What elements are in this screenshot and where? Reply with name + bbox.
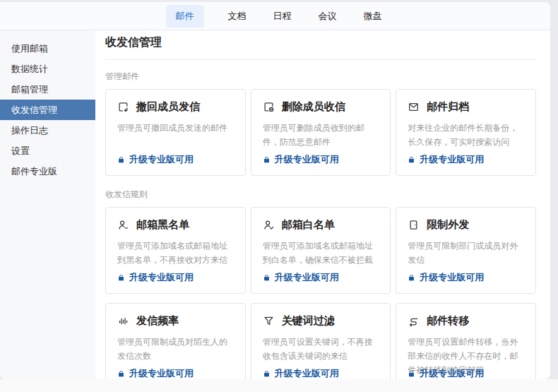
upgrade-link-label: 升级专业版可用 [275,367,339,379]
section-label: 收发信规则 [105,189,536,201]
upgrade-link[interactable]: 升级专业版可用 [263,367,339,379]
upgrade-link[interactable]: 升级专业版可用 [117,153,194,166]
main-content: 收发信管理 管理邮件撤回成员发信管理员可撤回成员发送的邮件升级专业版可用删除成员… [95,30,550,379]
mail-archive-icon [408,101,420,113]
upgrade-link-label: 升级专业版可用 [129,271,194,284]
card-title: 关键词过滤 [282,314,335,328]
upgrade-link[interactable]: 升级专业版可用 [117,271,194,284]
sidebar-item[interactable]: 使用邮箱 [0,38,95,59]
sidebar-item[interactable]: 收发信管理 [0,100,95,120]
card-header: 邮箱白名单 [263,218,379,232]
lock-icon [117,273,125,282]
card-header: 邮件归档 [408,100,524,114]
page-title: 收发信管理 [105,35,536,50]
nav-tab[interactable]: 邮件 [166,5,204,28]
card-description: 管理员可限制成员对陌生人的发信次数 [117,335,234,363]
upgrade-link-label: 升级专业版可用 [275,271,339,284]
keyword-filter-icon [263,315,275,327]
feature-card[interactable]: 限制外发管理员可限制部门或成员对外发信升级专业版可用 [396,207,536,294]
upgrade-link[interactable]: 升级专业版可用 [263,271,339,284]
feature-card[interactable]: 发信频率管理员可限制成员对陌生人的发信次数升级专业版可用 [105,303,246,379]
upgrade-link[interactable]: 升级专业版可用 [408,367,484,379]
upgrade-link[interactable]: 升级专业版可用 [408,153,484,166]
restrict-outgoing-icon [408,219,420,231]
sidebar-item[interactable]: 邮件专业版 [0,161,95,182]
lock-icon [263,273,271,282]
sidebar-item[interactable]: 数据统计 [0,59,95,79]
bottom-strip [0,379,558,392]
card-description: 对来往企业的邮件长期备份，长久保存，可实时搜索访问 [408,121,524,149]
feature-card[interactable]: 邮件转移管理员可设置邮件转移，当外部来信的收件人不存在时，邮件被转移到特定邮箱升… [396,303,536,379]
whitelist-icon [263,219,275,231]
nav-tab[interactable]: 日程 [271,5,295,28]
upgrade-link[interactable]: 升级专业版可用 [263,153,339,166]
recall-mail-icon [117,101,129,113]
card-title: 删除成员收信 [282,100,345,114]
page: { "colors": { "page_background": "#e9ebe… [0,0,558,392]
card-description: 管理员可删除成员收到的邮件，防范恶意邮件 [263,121,379,149]
card-title: 限制外发 [427,218,469,232]
card-title: 邮箱黑名单 [136,218,189,232]
lock-icon [117,155,125,164]
top-navigation: 邮件文档日程会议微盘 [0,2,550,30]
card-header: 发信频率 [117,314,234,328]
title-divider [105,59,536,60]
lock-icon [408,155,415,164]
sidebar: 使用邮箱数据统计邮箱管理收发信管理操作日志设置邮件专业版 [0,30,95,379]
send-frequency-icon [117,315,129,327]
app-body: 使用邮箱数据统计邮箱管理收发信管理操作日志设置邮件专业版 收发信管理 管理邮件撤… [0,30,550,379]
section: 管理邮件撤回成员发信管理员可撤回成员发送的邮件升级专业版可用删除成员收信管理员可… [105,71,536,176]
feature-card[interactable]: 邮箱白名单管理员可添加域名或邮箱地址到白名单，确保来信不被拦截升级专业版可用 [251,207,391,294]
lock-icon [263,369,271,378]
lock-icon [263,155,271,164]
sidebar-item[interactable]: 邮箱管理 [0,79,95,100]
feature-card[interactable]: 关键词过滤管理员可设置关键词，不再接收包含该关键词的来信升级专业版可用 [251,303,391,379]
upgrade-link-label: 升级专业版可用 [420,153,484,166]
upgrade-link-label: 升级专业版可用 [129,367,194,379]
card-header: 邮件转移 [408,314,524,328]
feature-card[interactable]: 删除成员收信管理员可删除成员收到的邮件，防范恶意邮件升级专业版可用 [251,89,391,176]
sidebar-item[interactable]: 设置 [0,141,95,161]
lock-icon [408,369,415,378]
nav-tab[interactable]: 文档 [225,5,249,28]
card-description: 管理员可添加域名或邮箱地址到黑名单，不再接收对方来信 [117,239,234,267]
card-grid: 邮箱黑名单管理员可添加域名或邮箱地址到黑名单，不再接收对方来信升级专业版可用邮箱… [105,207,536,379]
delete-mail-icon [263,101,275,113]
blacklist-icon [117,219,129,231]
card-title: 撤回成员发信 [136,100,200,114]
feature-card[interactable]: 邮件归档对来往企业的邮件长期备份，长久保存，可实时搜索访问升级专业版可用 [396,89,536,176]
upgrade-link-label: 升级专业版可用 [275,153,339,166]
upgrade-link[interactable]: 升级专业版可用 [408,271,484,284]
card-title: 邮箱白名单 [282,218,335,232]
sections-container: 管理邮件撤回成员发信管理员可撤回成员发送的邮件升级专业版可用删除成员收信管理员可… [105,71,536,379]
card-description: 管理员可限制部门或成员对外发信 [408,239,524,267]
card-header: 撤回成员发信 [117,100,234,114]
card-header: 邮箱黑名单 [117,218,234,232]
section-label: 管理邮件 [105,71,536,83]
card-title: 发信频率 [136,314,179,328]
feature-card[interactable]: 撤回成员发信管理员可撤回成员发送的邮件升级专业版可用 [105,89,246,176]
feature-card[interactable]: 邮箱黑名单管理员可添加域名或邮箱地址到黑名单，不再接收对方来信升级专业版可用 [105,207,246,294]
card-description: 管理员可撤回成员发送的邮件 [117,121,234,135]
card-grid: 撤回成员发信管理员可撤回成员发送的邮件升级专业版可用删除成员收信管理员可删除成员… [105,89,536,176]
upgrade-link-label: 升级专业版可用 [420,367,484,379]
card-header: 限制外发 [408,218,524,232]
upgrade-link[interactable]: 升级专业版可用 [117,367,194,379]
card-description: 管理员可添加域名或邮箱地址到白名单，确保来信不被拦截 [263,239,379,267]
nav-tab[interactable]: 会议 [316,5,340,28]
nav-tab[interactable]: 微盘 [361,5,385,28]
card-description: 管理员可设置关键词，不再接收包含该关键词的来信 [263,335,379,363]
card-header: 关键词过滤 [263,314,379,328]
upgrade-link-label: 升级专业版可用 [420,271,484,284]
lock-icon [408,273,415,282]
lock-icon [117,369,125,378]
app-window: 邮件文档日程会议微盘 使用邮箱数据统计邮箱管理收发信管理操作日志设置邮件专业版 … [0,2,550,379]
card-header: 删除成员收信 [263,100,379,114]
mail-transfer-icon [408,315,420,327]
section: 收发信规则邮箱黑名单管理员可添加域名或邮箱地址到黑名单，不再接收对方来信升级专业… [105,189,536,379]
card-title: 邮件归档 [427,100,469,114]
sidebar-item[interactable]: 操作日志 [0,120,95,141]
upgrade-link-label: 升级专业版可用 [129,153,194,166]
card-title: 邮件转移 [427,314,469,328]
